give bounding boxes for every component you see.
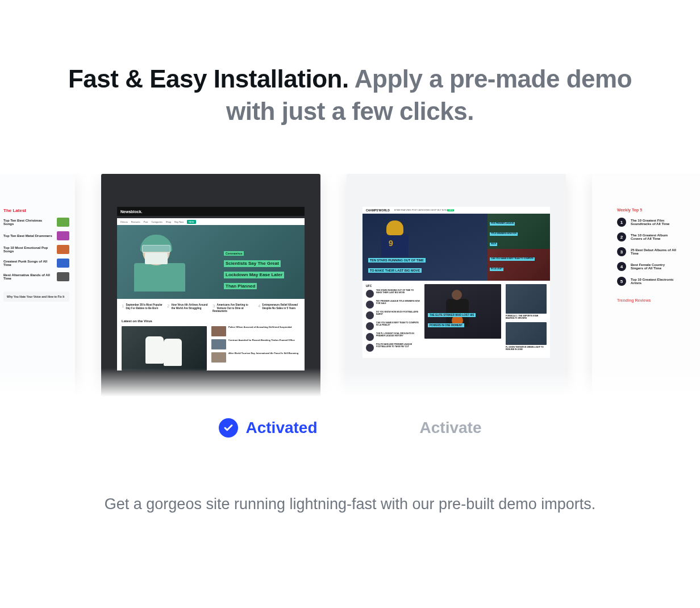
activated-label: Activated: [246, 419, 318, 437]
demo-carousel: The Latest Top Ten Best Christmas Songs …: [0, 174, 700, 397]
subtitle: Get a gorgeos site running lightning-fas…: [0, 493, 700, 515]
action-row: Activated Activate: [0, 418, 700, 438]
section-label: Weekly Top 5: [617, 208, 700, 212]
demo-card-reviews[interactable]: Weekly Top 5 1The 10 Greatest Film Sound…: [592, 174, 700, 397]
activate-button[interactable]: Activate: [420, 418, 482, 438]
demo-card-sports[interactable]: CHAMPS'WORLDHOME FEATURES POST CATEGORIE…: [347, 174, 566, 397]
hero-title-bold: Fast & Easy Installation.: [68, 65, 349, 93]
demo-card-music[interactable]: The Latest Top Ten Best Christmas Songs …: [0, 174, 75, 397]
section-label: The Latest: [3, 208, 69, 213]
demo-card-newsblock[interactable]: Newsblock. DemosFeaturesPostCategoriesSh…: [101, 174, 320, 397]
hero-title: Fast & Easy Installation. Apply a pre-ma…: [0, 0, 700, 127]
check-icon: [219, 418, 238, 438]
activate-label: Activate: [420, 419, 482, 437]
activated-button[interactable]: Activated: [219, 418, 318, 438]
